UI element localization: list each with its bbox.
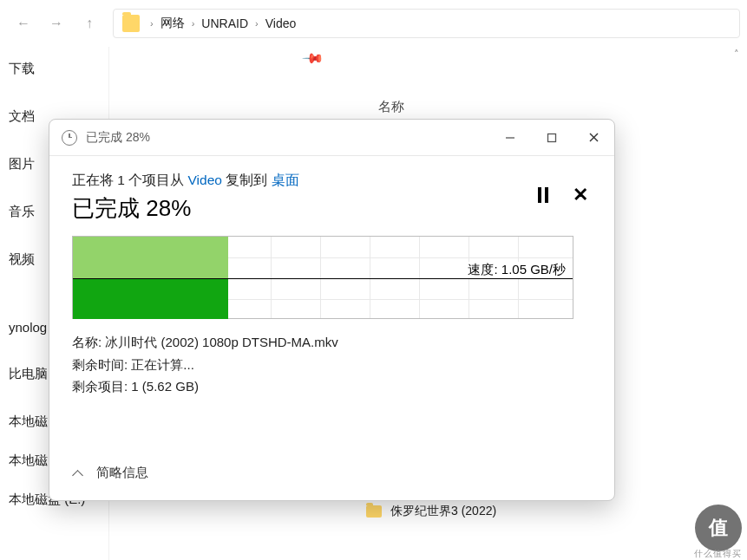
chevron-right-icon: › — [255, 18, 259, 29]
close-button[interactable] — [573, 120, 614, 156]
progress-controls: ✕ — [538, 186, 588, 205]
dialog-body: 正在将 1 个项目从 Video 复制到 桌面 已完成 28% ✕ 速度: 1.… — [49, 156, 614, 398]
detail-name-value: 冰川时代 (2002) 1080p DTSHD-MA.mkv — [105, 335, 337, 349]
transfer-details: 名称: 冰川时代 (2002) 1080p DTSHD-MA.mkv 剩余时间:… — [72, 331, 592, 398]
nav-up-button[interactable]: ↑ — [73, 7, 106, 40]
details-toggle[interactable]: 简略信息 — [72, 465, 148, 481]
dest-link[interactable]: 桌面 — [272, 173, 299, 187]
copy-progress-dialog: 已完成 28% 正在将 1 个项目从 Video 复制到 桌面 已完成 28% … — [49, 119, 615, 501]
toggle-label: 简略信息 — [96, 465, 148, 481]
chevron-right-icon: › — [192, 18, 195, 29]
chevron-up-icon — [72, 467, 84, 479]
breadcrumb[interactable]: › 网络 › UNRAID › Video — [113, 9, 740, 38]
scroll-up-icon[interactable]: ˄ — [734, 49, 739, 60]
cancel-button[interactable]: ✕ — [573, 186, 588, 205]
list-item[interactable]: 侏罗纪世界3 (2022) — [366, 498, 747, 524]
graph-fill-upper — [73, 237, 228, 278]
sidebar-item[interactable]: 下载 — [0, 55, 108, 82]
scrollbar[interactable]: ˄ — [731, 47, 747, 560]
speed-graph: 速度: 1.05 GB/秒 — [72, 236, 573, 319]
file-name: 侏罗纪世界3 (2022) — [390, 504, 496, 519]
dialog-title: 已完成 28% — [86, 130, 489, 146]
column-header-row: 名称 — [109, 95, 747, 120]
pause-button[interactable] — [538, 187, 548, 203]
speed-label: 速度: 1.05 GB/秒 — [466, 262, 567, 278]
detail-items-value: 1 (5.62 GB) — [131, 379, 199, 394]
column-header-name[interactable]: 名称 — [378, 99, 404, 115]
breadcrumb-item[interactable]: UNRAID — [201, 16, 248, 30]
toolbar: ← → ↑ › 网络 › UNRAID › Video — [0, 0, 747, 47]
folder-icon — [122, 15, 140, 32]
breadcrumb-item[interactable]: Video — [265, 16, 297, 30]
dialog-titlebar[interactable]: 已完成 28% — [49, 120, 614, 156]
detail-items-label: 剩余项目: — [72, 379, 131, 394]
source-link[interactable]: Video — [188, 173, 222, 187]
maximize-button[interactable] — [531, 120, 573, 156]
detail-time-label: 剩余时间: — [72, 357, 131, 372]
nav-forward-button[interactable]: → — [40, 7, 73, 40]
minimize-button[interactable] — [489, 120, 531, 156]
folder-icon — [366, 505, 382, 518]
detail-time-value: 正在计算... — [131, 357, 194, 372]
graph-fill-lower — [73, 279, 228, 319]
detail-name-label: 名称: — [72, 335, 105, 349]
watermark-badge: 值 — [695, 505, 742, 551]
progress-headline: 已完成 28% — [72, 193, 592, 224]
copy-description: 正在将 1 个项目从 Video 复制到 桌面 — [72, 172, 592, 190]
breadcrumb-item[interactable]: 网络 — [161, 16, 185, 31]
nav-back-button[interactable]: ← — [7, 7, 40, 40]
clock-icon — [62, 130, 77, 146]
watermark-text: 什么值得买 — [694, 548, 742, 560]
chevron-right-icon: › — [150, 18, 154, 29]
svg-rect-1 — [548, 133, 556, 141]
copy-prefix: 正在将 1 个项目从 — [72, 173, 188, 187]
copy-mid: 复制到 — [222, 173, 272, 187]
